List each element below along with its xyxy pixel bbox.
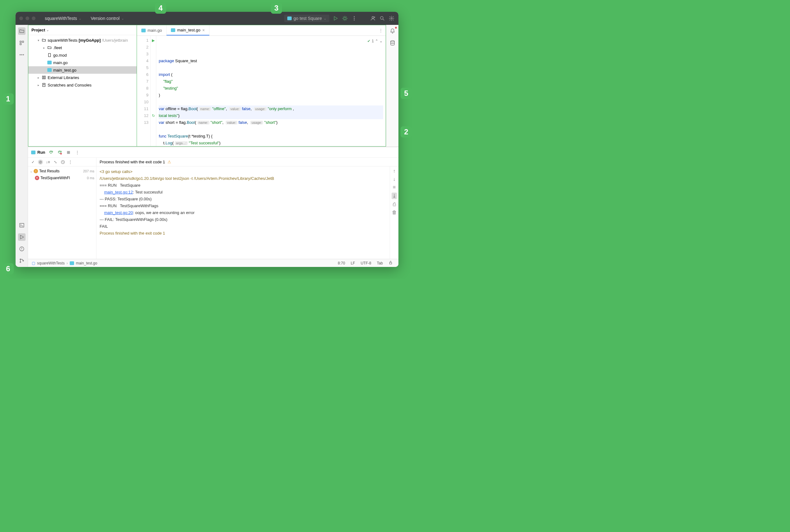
console-line: FAIL	[99, 223, 387, 230]
show-passed-button[interactable]: ✓	[31, 160, 36, 164]
run-config-selector[interactable]: go test Square ⌄	[284, 15, 329, 22]
test-row[interactable]: ✕ TestSquareWithFl 0 ms	[28, 174, 96, 182]
collapse-button[interactable]: ⤡	[53, 160, 58, 164]
test-tree[interactable]: ⌄ ! Test Results 207 ms ✕ TestSquareWith…	[28, 167, 96, 259]
editor-tab[interactable]: main_test.go×	[167, 25, 209, 36]
tree-row[interactable]: ▸ .fleet	[28, 44, 137, 51]
terminal-tool-button[interactable]	[18, 222, 25, 229]
code-line[interactable]	[159, 64, 383, 71]
minimize-window[interactable]	[25, 17, 29, 20]
code-line[interactable]: t.Log( args...: "Test successful")	[159, 140, 383, 146]
editor-tab[interactable]: main.go	[137, 25, 167, 36]
project-dropdown[interactable]: squareWithTests ⌄	[42, 15, 84, 22]
test-more-button[interactable]: ⋮	[68, 160, 73, 164]
line-separator[interactable]: LF	[349, 261, 357, 265]
readonly-toggle[interactable]	[387, 260, 395, 266]
tree-row[interactable]: ▸ Scratches and Consoles	[28, 81, 137, 89]
indent-setting[interactable]: Tab	[375, 261, 385, 265]
process-message: Process finished with the exit code 1	[99, 159, 165, 164]
console-line: --- FAIL: TestSquareWithFlags (0.00s)	[99, 216, 387, 223]
tree-chevron[interactable]: ▸	[36, 76, 40, 79]
code-line[interactable]: "flag"	[159, 78, 383, 85]
svg-point-20	[391, 41, 394, 42]
problems-tool-button[interactable]	[18, 245, 25, 253]
show-ignored-button[interactable]: ⊘	[38, 159, 43, 165]
chevron-right-icon: ›	[67, 261, 68, 265]
code-area[interactable]: ✔ 1 ⌃ ⌄ package Square_test import ( "fl…	[156, 36, 386, 146]
code-line[interactable]	[159, 126, 383, 133]
project-name: squareWithTests	[45, 16, 77, 21]
editor-body[interactable]: 12345678910111213 ▶ ↻ ✔ 1 ⌃ ⌄ package Sq…	[137, 36, 386, 146]
clear-button[interactable]: 🗑	[392, 210, 397, 215]
close-window[interactable]	[19, 17, 23, 20]
tree-row[interactable]: ▸ External Libraries	[28, 74, 137, 81]
git-tool-button[interactable]	[18, 257, 25, 264]
code-line[interactable]: import (	[159, 71, 383, 78]
console-output[interactable]: <3 go setup calls>/Users/jetbrains/sdk/g…	[96, 167, 390, 259]
project-tool-button[interactable]	[18, 27, 25, 35]
print-button[interactable]: ⎙	[393, 202, 396, 207]
breadcrumb-root[interactable]: squareWithTests	[37, 261, 65, 265]
run-button[interactable]	[332, 15, 339, 21]
code-line[interactable]: var offline = flag.Bool( name: "offline"…	[159, 106, 383, 112]
tree-label: squareWithTests [myGoApp] /Users/jetbrai…	[48, 38, 128, 43]
scroll-up-button[interactable]: ↑	[393, 168, 396, 174]
history-button[interactable]	[60, 160, 66, 164]
console-header: Process finished with the exit code 1 ⚠	[96, 158, 399, 167]
code-line[interactable]: var short = flag.Bool( name: "short", va…	[159, 119, 383, 126]
project-panel-header[interactable]: Project ⌄	[28, 25, 137, 35]
structure-tool-button[interactable]	[18, 39, 25, 47]
scroll-down-button[interactable]: ↓	[393, 176, 396, 182]
test-results-root[interactable]: ⌄ ! Test Results 207 ms	[28, 168, 96, 174]
stop-button[interactable]	[66, 150, 71, 155]
database-tool-button[interactable]	[389, 39, 396, 47]
file-encoding[interactable]: UTF-8	[359, 261, 373, 265]
chevron-down-icon[interactable]: ⌄	[380, 38, 383, 44]
tree-label: go.mod	[53, 53, 67, 58]
inspection-badge[interactable]: ✔ 1 ⌃ ⌄	[367, 38, 383, 44]
close-icon[interactable]: ×	[202, 28, 205, 33]
tree-row[interactable]: main_test.go	[28, 66, 137, 74]
breadcrumb-file[interactable]: main_test.go	[76, 261, 97, 265]
tree-row[interactable]: go.mod	[28, 51, 137, 59]
tree-chevron[interactable]: ▾	[36, 39, 40, 42]
code-line[interactable]: )	[159, 92, 383, 99]
svg-rect-18	[49, 54, 51, 57]
code-line[interactable]: func TestSquare(t *testing.T) {	[159, 133, 383, 140]
rerun-failed-button[interactable]	[57, 150, 62, 155]
search-button[interactable]	[379, 15, 385, 21]
code-line[interactable]	[159, 99, 383, 106]
scroll-to-end-button[interactable]: ⤓	[391, 193, 397, 199]
debug-button[interactable]	[342, 15, 348, 21]
vcs-label: Version control	[91, 16, 120, 21]
run-tool-button[interactable]	[18, 233, 25, 241]
tree-row[interactable]: ▾ squareWithTests [myGoApp] /Users/jetbr…	[28, 36, 137, 44]
gutter-icons[interactable]: ▶ ↻	[151, 36, 156, 146]
editor-tabs-menu[interactable]: ⋮	[376, 25, 386, 36]
run-more-button[interactable]: ⋮	[74, 150, 80, 155]
line-gutter[interactable]: 12345678910111213	[137, 36, 151, 146]
chevron-up-icon[interactable]: ⌃	[375, 38, 378, 44]
cursor-position[interactable]: 8:70	[336, 261, 347, 265]
code-line[interactable]: local tests")	[159, 112, 383, 119]
tab-label: main.go	[148, 28, 162, 33]
tree-chevron[interactable]: ▸	[42, 46, 46, 50]
code-with-me-button[interactable]	[370, 15, 376, 21]
code-line[interactable]: package Square_test	[159, 58, 383, 64]
fail-icon: ✕	[35, 176, 39, 180]
more-tools-button[interactable]	[18, 51, 25, 58]
vcs-dropdown[interactable]: Version control ⌄	[88, 15, 127, 22]
svg-rect-9	[20, 43, 21, 45]
project-tree[interactable]: ▾ squareWithTests [myGoApp] /Users/jetbr…	[28, 35, 137, 146]
tree-label: main_test.go	[53, 68, 76, 73]
tree-chevron[interactable]: ▸	[36, 83, 40, 87]
notifications-button[interactable]	[389, 27, 396, 35]
more-actions-button[interactable]	[351, 15, 357, 21]
code-line[interactable]: "testing"	[159, 85, 383, 92]
maximize-window[interactable]	[32, 17, 36, 20]
tree-row[interactable]: main.go	[28, 59, 137, 66]
sort-button[interactable]: ↓≡	[45, 160, 51, 164]
soft-wrap-button[interactable]: ≡	[393, 185, 396, 190]
settings-button[interactable]	[388, 15, 395, 21]
rerun-button[interactable]	[48, 150, 54, 155]
